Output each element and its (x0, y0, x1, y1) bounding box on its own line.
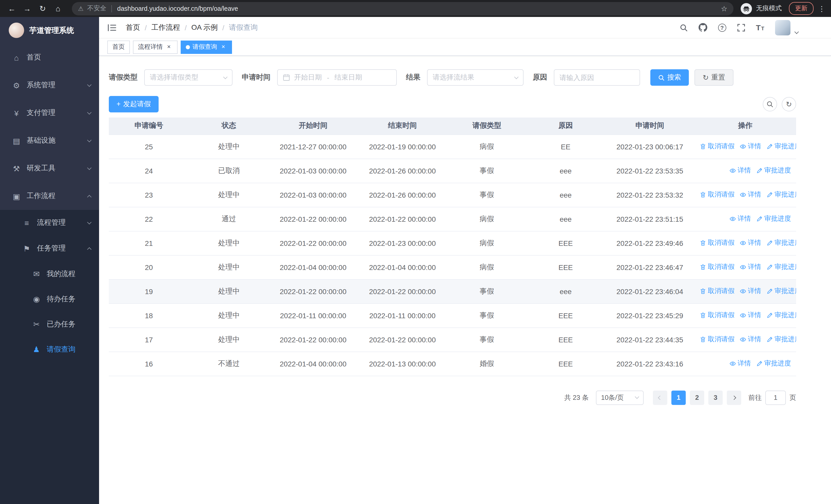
address-bar[interactable]: ⚠ 不安全 dashboard.yudao.iocoder.cn/bpm/oa/… (72, 2, 734, 15)
action-progress-link[interactable]: 审批进度 (766, 287, 796, 296)
avatar-caret-icon[interactable] (795, 30, 799, 34)
cell-id: 22 (109, 207, 189, 231)
collapse-sidebar-icon[interactable] (107, 24, 116, 31)
forward-icon[interactable]: → (21, 5, 34, 12)
action-progress-link[interactable]: 审批进度 (756, 214, 791, 224)
bookmark-star-icon[interactable]: ☆ (721, 4, 727, 12)
sidebar-item-leave-query[interactable]: ♟ 请假查询 (0, 337, 99, 362)
toggle-search-icon[interactable] (763, 97, 777, 111)
breadcrumb-item-oa-example[interactable]: OA 示例 (192, 23, 218, 32)
sidebar-item-payment[interactable]: ¥ 支付管理 (0, 99, 99, 127)
breadcrumb-item-home[interactable]: 首页 (126, 23, 140, 32)
action-detail-link[interactable]: 详情 (740, 142, 761, 151)
date-start-placeholder: 开始日期 (294, 73, 322, 82)
action-detail-link[interactable]: 详情 (729, 359, 751, 368)
apply-time-range-picker[interactable]: 开始日期 - 结束日期 (277, 69, 397, 86)
cell-type: 病假 (448, 207, 526, 231)
sidebar-item-my-process[interactable]: ✉ 我的流程 (0, 261, 99, 287)
action-detail-link[interactable]: 详情 (729, 214, 751, 224)
sidebar-item-home[interactable]: ⌂ 首页 (0, 43, 99, 71)
leave-type-select[interactable]: 请选择请假类型 (144, 69, 232, 86)
cell-id: 19 (109, 279, 189, 303)
security-label[interactable]: 不安全 (87, 4, 107, 13)
action-detail-link[interactable]: 详情 (729, 166, 751, 175)
action-progress-link[interactable]: 审批进度 (766, 311, 796, 320)
sidebar-item-workflow[interactable]: ▣ 工作流程 (0, 182, 99, 210)
action-progress-link[interactable]: 审批进度 (766, 238, 796, 248)
action-detail-link[interactable]: 详情 (740, 335, 761, 344)
user-avatar[interactable] (775, 20, 791, 35)
action-cancel-link[interactable]: 取消请假 (699, 287, 735, 296)
action-cancel-link[interactable]: 取消请假 (699, 311, 735, 320)
reload-icon[interactable]: ↻ (36, 5, 49, 12)
search-icon[interactable] (679, 23, 688, 32)
url-text[interactable]: dashboard.yudao.iocoder.cn/bpm/oa/leave (117, 5, 717, 12)
create-leave-button[interactable]: + 发起请假 (109, 96, 159, 112)
action-cancel-link[interactable]: 取消请假 (699, 263, 735, 272)
back-icon[interactable]: ← (5, 5, 19, 12)
action-progress-link[interactable]: 审批进度 (766, 190, 796, 199)
cell-status: 通过 (189, 207, 269, 231)
reason-label: 原因 (533, 73, 547, 82)
cell-applied: 2022-01-22 23:53:35 (605, 158, 694, 183)
action-cancel-link[interactable]: 取消请假 (699, 238, 735, 248)
github-icon[interactable] (698, 23, 707, 32)
cell-status: 处理中 (189, 135, 269, 158)
action-cancel-link[interactable]: 取消请假 (699, 142, 735, 151)
app-logo: 芋道管理系统 (0, 17, 99, 43)
sidebar-item-todo-tasks[interactable]: ◉ 待办任务 (0, 287, 99, 312)
close-icon[interactable]: × (220, 43, 227, 51)
goto-page-input[interactable] (765, 390, 786, 405)
action-cancel-link[interactable]: 取消请假 (699, 335, 735, 344)
next-page-button[interactable] (727, 390, 741, 405)
cell-status: 处理中 (189, 327, 269, 352)
action-cancel-link[interactable]: 取消请假 (699, 190, 735, 199)
fullscreen-icon[interactable] (737, 23, 745, 32)
update-button[interactable]: 更新 (789, 2, 813, 15)
action-detail-link[interactable]: 详情 (740, 238, 761, 248)
help-icon[interactable]: ? (718, 23, 726, 32)
result-label: 结果 (406, 73, 420, 82)
sidebar-item-done-tasks[interactable]: ✂ 已办任务 (0, 312, 99, 337)
result-select[interactable]: 请选择流结果 (427, 69, 523, 86)
reason-input[interactable] (554, 69, 640, 86)
action-detail-link[interactable]: 详情 (740, 190, 761, 199)
reset-button[interactable]: ↻ 重置 (694, 69, 733, 86)
page-3-button[interactable]: 3 (708, 390, 723, 405)
font-size-icon[interactable]: TT (756, 23, 764, 32)
tab-leave-query[interactable]: 请假查询 × (181, 40, 232, 54)
leave-query-page: 请假类型 请选择请假类型 申请时间 开始日期 - 结束日期 结果 (99, 56, 796, 405)
total-count: 共 23 条 (564, 393, 589, 402)
tab-home[interactable]: 首页 (107, 40, 130, 54)
table-body: 25处理中2021-12-27 00:00:002022-01-19 00:00… (109, 135, 796, 376)
sidebar-item-process-management[interactable]: ≡ 流程管理 (0, 210, 99, 236)
tab-process-detail[interactable]: 流程详情 × (133, 40, 178, 54)
cell-actions: 取消请假详情审批进度 (694, 135, 796, 158)
action-detail-link[interactable]: 详情 (740, 287, 761, 296)
refresh-table-icon[interactable]: ↻ (782, 97, 796, 111)
breadcrumb-item-workflow[interactable]: 工作流程 (151, 23, 180, 32)
page-1-button[interactable]: 1 (671, 390, 686, 405)
close-icon[interactable]: × (165, 43, 172, 51)
sidebar-item-system[interactable]: ⚙ 系统管理 (0, 71, 99, 99)
cell-type: 病假 (448, 135, 526, 158)
prev-page-button[interactable] (653, 390, 667, 405)
action-detail-link[interactable]: 详情 (740, 311, 761, 320)
action-progress-link[interactable]: 审批进度 (756, 359, 791, 368)
search-button[interactable]: 搜索 (650, 69, 689, 86)
cell-actions: 详情审批进度 (694, 352, 796, 376)
sidebar-item-devtools[interactable]: ⚒ 研发工具 (0, 154, 99, 182)
action-progress-link[interactable]: 审批进度 (766, 335, 796, 344)
action-progress-link[interactable]: 审批进度 (766, 263, 796, 272)
range-separator: - (327, 73, 329, 81)
action-progress-link[interactable]: 审批进度 (766, 142, 796, 151)
action-detail-link[interactable]: 详情 (740, 263, 761, 272)
home-icon[interactable]: ⌂ (51, 5, 65, 12)
cell-end: 2022-01-26 00:00:00 (357, 183, 448, 207)
browser-menu-kebab-icon[interactable]: ⋮ (818, 5, 826, 12)
page-size-select[interactable]: 10条/页 (596, 390, 643, 405)
sidebar-item-task-management[interactable]: ⚑ 任务管理 (0, 236, 99, 261)
action-progress-link[interactable]: 审批进度 (756, 166, 791, 175)
page-2-button[interactable]: 2 (690, 390, 704, 405)
sidebar-item-infrastructure[interactable]: ▤ 基础设施 (0, 127, 99, 154)
